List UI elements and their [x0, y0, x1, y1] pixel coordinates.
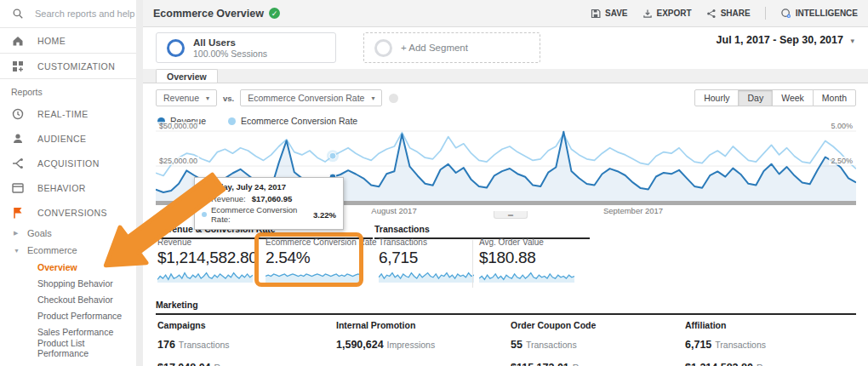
- sidebar-item-label: CUSTOMIZATION: [37, 61, 115, 71]
- sidebar-item-behavior[interactable]: BEHAVIOR: [0, 175, 136, 200]
- sidebar-item-label: Product Performance: [37, 311, 122, 321]
- scorecard-value: 2.54%: [266, 249, 366, 267]
- scorecard-value: 6,715: [379, 249, 479, 267]
- scorecard-label: Ecommerce Conversion Rate: [266, 237, 366, 247]
- tooltip-row-revenue: Revenue: $17,060.95: [202, 194, 336, 203]
- sidebar-item-goals[interactable]: ▶ Goals: [0, 225, 136, 242]
- primary-metric-value: Revenue: [163, 93, 199, 103]
- export-button[interactable]: EXPORT: [642, 9, 692, 19]
- marketing-column-title: Order Coupon Code: [511, 320, 629, 330]
- tooltip-label: Revenue:: [211, 194, 246, 203]
- y-axis-tick-left-mid: $25,000.00: [157, 157, 199, 165]
- secondary-metric-select[interactable]: Ecommerce Conversion Rate ▾: [240, 89, 382, 106]
- annotations-toggle-icon[interactable]: [389, 94, 398, 103]
- sidebar-item-overview[interactable]: Overview: [0, 259, 136, 275]
- divider: [472, 240, 473, 288]
- intelligence-button[interactable]: INTELLIGENCE: [780, 8, 858, 19]
- sidebar-item-checkout-behavior[interactable]: Checkout Behavior: [0, 291, 136, 307]
- intelligence-icon: [780, 8, 791, 19]
- scorecard-label: Revenue: [157, 237, 258, 247]
- sidebar-item-home[interactable]: HOME: [0, 28, 136, 54]
- marketing-column-title: Affiliation: [685, 320, 795, 330]
- series-marker-icon: [202, 197, 207, 202]
- metric-label: Revenue: [573, 363, 608, 366]
- granularity-day[interactable]: Day: [738, 89, 773, 106]
- metric-row: 176Transactions: [157, 336, 261, 352]
- chart-collapse-handle[interactable]: ▬: [494, 211, 528, 219]
- divider: [765, 7, 766, 20]
- scorecard-label: Avg. Order Value: [479, 237, 580, 247]
- share-button[interactable]: SHARE: [706, 9, 751, 19]
- scorecard-transactions[interactable]: Transactions 6,715: [379, 237, 479, 283]
- tooltip-row-conversion: Ecommerce Conversion Rate: 3.22%: [202, 205, 336, 224]
- sidebar-item-product-list-performance[interactable]: Product List Performance: [0, 340, 136, 356]
- behavior-icon: [11, 181, 25, 195]
- chevron-down-icon: ▾: [371, 94, 374, 102]
- sidebar-gutter: [136, 0, 143, 366]
- chevron-down-icon: ▾: [850, 37, 854, 45]
- sidebar-item-label: Overview: [37, 262, 77, 272]
- marketing-column-affiliation[interactable]: Affiliation 6,715Transactions $1,214,582…: [685, 320, 795, 366]
- marketing-title: Marketing: [156, 300, 856, 315]
- save-button[interactable]: SAVE: [591, 9, 628, 19]
- sidebar-item-realtime[interactable]: REAL-TIME: [0, 101, 136, 126]
- share-icon: [706, 9, 717, 19]
- sidebar-item-audience[interactable]: AUDIENCE: [0, 126, 136, 151]
- y-axis-tick-right-mid: 2.50%: [829, 157, 854, 165]
- sidebar-item-shopping-behavior[interactable]: Shopping Behavior: [0, 275, 136, 291]
- scorecard-conversion-rate[interactable]: Ecommerce Conversion Rate 2.54%: [266, 237, 366, 283]
- granularity-week[interactable]: Week: [772, 89, 814, 106]
- marketing-column-order-coupon-code[interactable]: Order Coupon Code 55Transactions $115,17…: [511, 320, 629, 366]
- metric-label: Transactions: [715, 340, 766, 350]
- add-segment-label: + Add Segment: [401, 43, 468, 53]
- segment-name: All Users: [193, 37, 267, 49]
- customization-icon: [11, 60, 25, 73]
- marketing-column-title: Internal Promotion: [336, 320, 435, 330]
- x-axis-label-september: September 2017: [603, 206, 663, 215]
- sidebar-item-acquisition[interactable]: ACQUISITION: [0, 151, 136, 175]
- marketing-section: Marketing Campaigns 176Transactions $17,…: [156, 300, 856, 315]
- scorecard-avg-order-value[interactable]: Avg. Order Value $180.88: [479, 237, 580, 283]
- tab-overview[interactable]: Overview: [156, 69, 218, 83]
- sidebar-item-customization[interactable]: CUSTOMIZATION: [0, 54, 136, 79]
- sparkline-chart: [479, 269, 574, 283]
- sidebar-item-label: ACQUISITION: [37, 158, 100, 169]
- segment-ring-icon: [167, 39, 185, 57]
- page-title: Ecommerce Overview: [153, 8, 264, 20]
- tooltip-date: Monday, July 24, 2017: [202, 182, 336, 192]
- metric-value: $17,048.04: [157, 362, 211, 366]
- series-marker-icon: [202, 212, 207, 217]
- scorecard-revenue[interactable]: Revenue $1,214,582.80: [157, 237, 258, 283]
- metric-row: 1,590,624Impressions: [336, 336, 435, 352]
- segment-detail: 100.00% Sessions: [193, 49, 267, 59]
- metric-label: Revenue: [757, 363, 792, 366]
- metric-row: $115,173.01Revenue: [511, 359, 629, 366]
- metric-row: $17,048.04Revenue: [157, 359, 261, 366]
- sidebar-item-label: AUDIENCE: [37, 134, 86, 144]
- clock-icon: [11, 107, 25, 121]
- chevron-down-icon: ▾: [206, 94, 209, 102]
- search-input[interactable]: [33, 8, 137, 20]
- tooltip-value: 3.22%: [313, 210, 336, 220]
- sidebar-item-product-performance[interactable]: Product Performance: [0, 307, 136, 323]
- granularity-buttons: Hourly Day Week Month: [694, 89, 856, 106]
- sidebar-item-conversions[interactable]: CONVERSIONS: [0, 200, 136, 225]
- report-header: Ecommerce Overview ✓ SAVE EXPORT: [143, 0, 868, 27]
- metric-label: Transactions: [526, 340, 577, 350]
- tooltip-value: $17,060.95: [252, 194, 293, 203]
- marketing-column-internal-promotion[interactable]: Internal Promotion 1,590,624Impressions: [336, 320, 435, 359]
- metric-label: Impressions: [387, 340, 436, 350]
- granularity-month[interactable]: Month: [813, 89, 856, 106]
- date-range-picker[interactable]: Jul 1, 2017 - Sep 30, 2017 ▾: [717, 34, 854, 46]
- sidebar-item-ecommerce[interactable]: ▼ Ecommerce: [0, 242, 136, 259]
- legend-dot-icon: [228, 117, 236, 125]
- search-bar[interactable]: [0, 0, 136, 28]
- scorecard-label: Transactions: [379, 237, 479, 247]
- marketing-column-campaigns[interactable]: Campaigns 176Transactions $17,048.04Reve…: [157, 320, 261, 366]
- primary-metric-select[interactable]: Revenue ▾: [156, 89, 217, 106]
- granularity-hourly[interactable]: Hourly: [694, 89, 739, 106]
- add-segment-button[interactable]: + Add Segment: [363, 32, 540, 63]
- metric-row: $1,214,582.80Revenue: [685, 359, 795, 366]
- sidebar-item-label: Product List Performance: [37, 338, 136, 358]
- segment-all-users[interactable]: All Users 100.00% Sessions: [156, 32, 336, 63]
